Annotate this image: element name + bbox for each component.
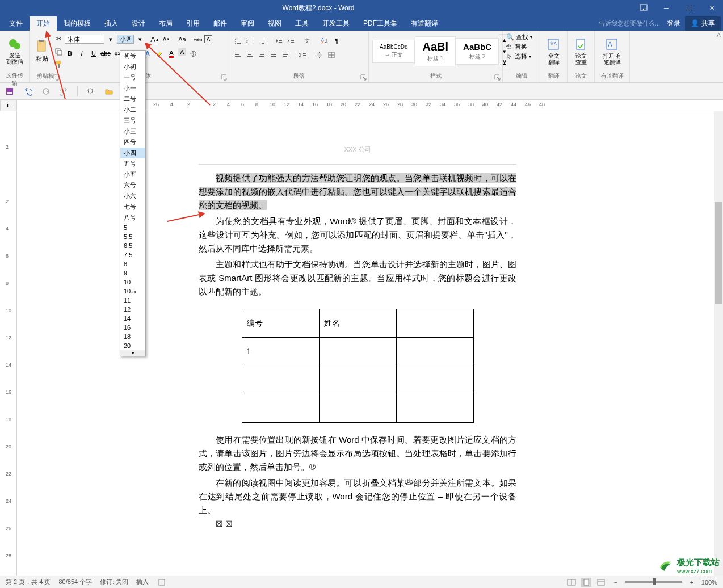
tab-tools[interactable]: 工具 [288,16,316,31]
align-right-icon[interactable] [257,50,267,60]
full-translate-button[interactable]: 文A 全文 翻译 [544,32,564,71]
size-option[interactable]: 初号 [120,51,145,61]
shading-icon[interactable] [314,50,325,60]
line-spacing-icon[interactable] [297,50,308,60]
size-option[interactable]: 四号 [120,137,145,148]
phonetic-guide-icon[interactable]: wén [193,34,203,44]
minimize-icon[interactable]: ─ [655,0,678,16]
view-print-icon[interactable] [581,578,591,587]
bold-icon[interactable]: B [65,48,75,58]
share-button[interactable]: 👤共享 [685,16,721,31]
font-dialog-launcher[interactable] [221,74,228,81]
size-option[interactable]: 8 [120,259,145,268]
send-wechat-button[interactable]: 发送 到微信 [3,32,26,70]
numbering-icon[interactable]: 12 [245,36,255,46]
justify-icon[interactable] [268,50,279,60]
size-option[interactable]: 七号 [120,201,145,212]
size-option[interactable]: 16 [120,323,145,332]
tab-mail[interactable]: 邮件 [207,16,234,31]
replace-button[interactable]: ab替换 [506,43,527,51]
tab-pdf[interactable]: PDF工具集 [356,16,404,31]
paragraph-5[interactable]: 在新的阅读视图中阅读更加容易。可以折叠文档某些部分并关注所需文本。如果在达到结尾… [199,476,516,517]
tab-design[interactable]: 设计 [125,16,152,31]
char-border-icon[interactable]: A [204,35,212,43]
paragraph-1[interactable]: 视频提供了功能强大的方法帮助您证明您的观点。当您单击联机视频时，可以在想要添加的… [199,171,516,212]
qat-zoom-icon[interactable] [86,86,96,96]
size-option[interactable]: 12 [120,305,145,314]
document-table[interactable]: 编号姓名 1 [242,309,474,423]
zoom-out-icon[interactable]: − [611,578,621,587]
size-option[interactable]: 5 [120,223,145,232]
open-youdao-button[interactable]: A 打开 有道翻译 [598,32,626,71]
status-macro-icon[interactable] [157,578,167,587]
vertical-scrollbar[interactable] [714,111,723,576]
view-web-icon[interactable] [596,578,606,587]
multilevel-icon[interactable] [257,36,267,46]
vertical-ruler[interactable]: 22468101214161820222426283032 [0,111,17,577]
change-case-icon[interactable]: Aa [177,34,187,44]
shrink-font-icon[interactable]: A▼ [161,34,171,44]
tab-references[interactable]: 引用 [179,16,207,31]
zoom-level[interactable]: 100% [701,579,717,586]
paste-button[interactable]: 粘贴 [33,32,51,71]
tab-dev[interactable]: 开发工具 [316,16,356,31]
size-option[interactable]: 三号 [120,115,145,126]
increase-indent-icon[interactable] [285,36,296,46]
paragraph-dialog-launcher[interactable] [360,74,367,81]
status-words[interactable]: 80/854 个字 [58,578,92,586]
size-option[interactable]: 小一 [120,83,145,94]
tab-view[interactable]: 视图 [261,16,288,31]
font-size-combo[interactable] [117,35,134,44]
qat-folder-icon[interactable] [104,86,114,96]
paragraph-4[interactable]: 使用在需要位置出现的新按钮在 Word 中保存时间。若要更改图片适应文档的方式，… [199,433,516,474]
tab-home[interactable]: 开始 [30,16,57,31]
size-option[interactable]: 6.5 [120,241,145,250]
size-option[interactable]: 五号 [120,158,145,169]
size-option[interactable]: 小三 [120,126,145,137]
style-normal[interactable]: AaBbCcDd → 正文 [372,40,415,63]
show-marks-icon[interactable]: ¶ [331,36,342,46]
size-option[interactable]: 六号 [120,180,145,191]
size-option[interactable]: 小五 [120,169,145,180]
redo-icon[interactable] [59,86,69,96]
collapse-ribbon-icon[interactable]: ᐱ [717,32,721,38]
size-option[interactable]: 7.5 [120,250,145,259]
align-left-icon[interactable] [233,50,243,60]
status-insert[interactable]: 插入 [136,578,149,586]
size-option[interactable]: 小初 [120,61,145,72]
highlight-icon[interactable] [154,48,165,58]
size-option[interactable]: 20 [120,341,145,350]
tab-templates[interactable]: 我的模板 [57,16,98,31]
login-link[interactable]: 登录 [667,19,680,28]
size-option[interactable]: 小四 [120,148,145,158]
find-button[interactable]: 🔍查找▾ [506,33,532,41]
size-option[interactable]: 9 [120,268,145,278]
checkbox-row[interactable]: ☒ ☒ [199,519,516,528]
bullets-icon[interactable] [233,36,243,46]
paragraph-2[interactable]: 为使您的文档具有专业外观，Word® 提供了页眉、页脚、封面和文本框设计，这些设… [199,215,516,255]
repeat-icon[interactable] [41,86,51,96]
tell-me-input[interactable]: 告诉我您想要做什么... [592,19,667,28]
size-option[interactable]: 11 [120,296,145,305]
thesis-check-button[interactable]: 论文 查重 [571,32,591,71]
style-heading1[interactable]: AaBl 标题 1 [415,36,456,66]
close-icon[interactable]: ✕ [700,0,723,16]
italic-icon[interactable]: I [77,48,87,58]
char-shading-icon[interactable]: A [178,48,186,56]
ribbon-options-icon[interactable] [632,0,655,16]
tab-file[interactable]: 文件 [2,16,30,31]
underline-icon[interactable]: U [89,48,99,58]
sort-icon[interactable]: AZ [320,36,330,46]
size-option[interactable]: 小六 [120,191,145,201]
font-name-combo[interactable] [65,35,104,44]
select-button[interactable]: 选择▾ [506,52,531,61]
status-page[interactable]: 第 2 页，共 4 页 [6,578,51,586]
enclose-char-icon[interactable]: ㊫ [188,48,198,58]
maximize-icon[interactable]: ☐ [678,0,700,16]
size-option[interactable]: 二号 [120,94,145,104]
view-read-icon[interactable] [566,578,577,587]
tab-selector[interactable]: L [0,100,17,111]
size-option[interactable]: 一号 [120,72,145,83]
paragraph-3[interactable]: 主题和样式也有助于文档保持协调。当您单击设计并选择新的主题时，图片、图表或 Sm… [199,258,516,299]
grow-font-icon[interactable]: A▲ [150,34,160,44]
